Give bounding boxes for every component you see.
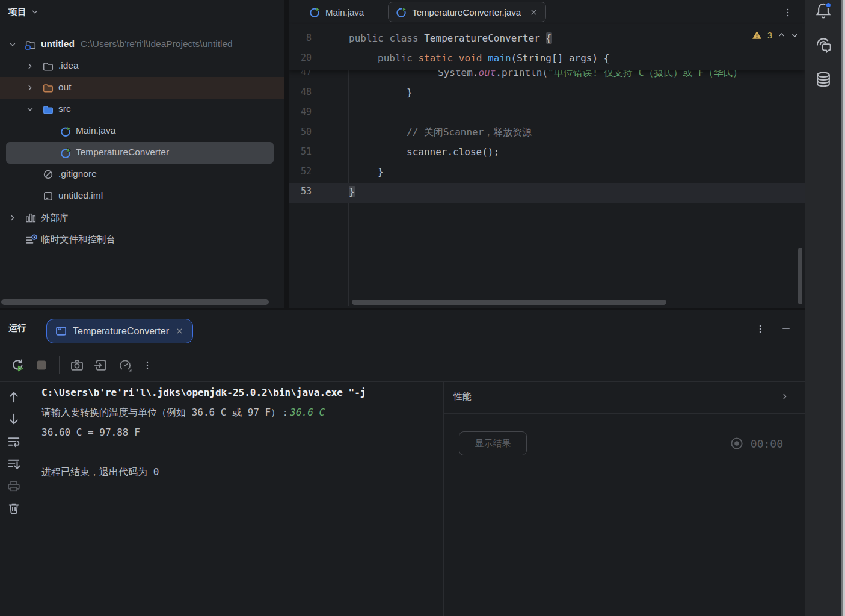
minimize-icon[interactable]: [780, 324, 792, 333]
line-number: 49: [289, 106, 312, 117]
editor-horizontal-scrollbar[interactable]: [352, 300, 666, 305]
run-tab[interactable]: TemperatureConverter: [46, 319, 193, 343]
tree-item-label: out: [58, 82, 72, 93]
tree-item-label: Main.java: [76, 125, 115, 136]
code-text: }: [407, 87, 413, 98]
warning-count: 3: [767, 30, 772, 40]
notifications-icon[interactable]: [815, 2, 832, 19]
chevron-right-icon[interactable]: [26, 62, 34, 70]
tree-item-label: .gitignore: [58, 168, 97, 179]
tree-item-label: src: [58, 103, 71, 114]
line-number: 50: [289, 126, 312, 137]
tree-item-untitled[interactable]: untitledC:\Users\b're'ri'l\IdeaProjects\…: [0, 34, 284, 55]
chevron-up-icon[interactable]: [778, 31, 785, 39]
close-icon[interactable]: [529, 8, 538, 17]
java-class-icon: [60, 147, 72, 159]
soft-wrap-icon[interactable]: [7, 435, 20, 448]
tree-item-label: 临时文件和控制台: [41, 233, 115, 246]
database-icon[interactable]: [815, 71, 832, 88]
run-kebab-icon[interactable]: [755, 323, 765, 335]
console-line: 请输入要转换的温度与单位（例如 36.6 C 或 97 F）：36.6 C: [28, 402, 443, 422]
folder-excluded-icon: [43, 82, 54, 93]
code-text: }: [349, 186, 355, 197]
gauge-icon[interactable]: [118, 359, 132, 372]
console-output[interactable]: C:\Users\b're'ri'l\.jdks\openjdk-25.0.2\…: [28, 381, 443, 616]
rerun-icon[interactable]: [11, 359, 24, 372]
code-line-52: 52}: [289, 163, 805, 183]
ai-assistant-icon[interactable]: [815, 36, 832, 53]
code-text: scanner.close();: [407, 146, 499, 158]
window-scrollbar[interactable]: [841, 0, 845, 616]
console-line: [28, 442, 443, 462]
editor-vertical-scrollbar[interactable]: [798, 248, 802, 304]
editor-tab-temperatureconverter.java[interactable]: TemperatureConverter.java: [388, 2, 546, 22]
sticky-lines: 8public class TemperatureConverter {20pu…: [289, 24, 805, 70]
editor-kebab-icon[interactable]: [783, 7, 793, 19]
scroll-to-end-icon[interactable]: [7, 457, 20, 470]
prev-occurrence-icon[interactable]: [7, 390, 20, 404]
console-line: 进程已结束，退出代码为 0: [28, 462, 443, 482]
next-occurrence-icon[interactable]: [7, 413, 20, 426]
folder-icon: [43, 61, 54, 72]
inspections-widget[interactable]: 3: [752, 30, 799, 40]
run-tool-window: 运行 TemperatureConverter C:\Users\b're'ri…: [0, 310, 805, 616]
run-content: C:\Users\b're'ri'l\.jdks\openjdk-25.0.2\…: [0, 381, 805, 616]
editor-tab-main.java[interactable]: Main.java: [302, 2, 371, 22]
timer: 00:00: [730, 437, 783, 450]
tree-item-main.java[interactable]: Main.java: [0, 120, 284, 142]
project-tree: untitledC:\Users\b're'ri'l\IdeaProjects\…: [0, 34, 284, 250]
print-icon[interactable]: [7, 479, 20, 493]
console-toolbar: [0, 381, 28, 616]
clear-all-icon[interactable]: [7, 502, 20, 515]
project-panel-header[interactable]: 项目: [0, 0, 284, 24]
chevron-down-icon[interactable]: [26, 105, 34, 114]
code-text: public static void main(String[] args) {: [378, 52, 609, 64]
run-toolbar: [0, 348, 805, 382]
code-line-50: 50// 关闭Scanner，释放资源: [289, 123, 805, 143]
code-text: public class TemperatureConverter {: [349, 32, 552, 44]
code-line-51: 51scanner.close();: [289, 143, 805, 163]
editor-area[interactable]: Main.javaTemperatureConverter.java 47Sys…: [289, 0, 805, 308]
tree-item-label: 外部库: [41, 212, 69, 224]
line-number: 48: [289, 87, 312, 97]
performance-header[interactable]: 性能: [444, 381, 805, 414]
right-toolbar-stripe: [805, 0, 841, 616]
folder-project-icon: [25, 39, 36, 50]
record-icon: [730, 437, 743, 450]
code-text: }: [378, 166, 384, 177]
code-line-20: 20public static void main(String[] args)…: [289, 49, 805, 69]
project-panel-title: 项目: [8, 7, 26, 18]
chevron-right-icon[interactable]: [781, 392, 789, 401]
screenshot-icon[interactable]: [70, 359, 84, 372]
intellij-window: 项目 untitledC:\Users\b're'ri'l\IdeaProjec…: [0, 0, 845, 616]
tree-item-label: TemperatureConverter: [76, 147, 169, 158]
line-number: 52: [289, 166, 312, 177]
folder-source-icon: [43, 104, 54, 115]
console-icon: [55, 325, 67, 337]
line-number: 20: [289, 52, 312, 63]
chevron-down-icon: [31, 8, 39, 16]
tree-item-src[interactable]: src: [0, 99, 284, 120]
tree-item--[interactable]: 外部库: [0, 207, 284, 229]
external-libraries-icon: [25, 212, 36, 223]
exit-to-app-icon[interactable]: [94, 359, 108, 372]
chevron-down-icon[interactable]: [791, 31, 799, 39]
tree-item-out[interactable]: out: [0, 77, 284, 99]
chevron-right-icon[interactable]: [26, 84, 34, 92]
tree-item-temperatureconverter[interactable]: TemperatureConverter: [6, 142, 274, 164]
stop-icon[interactable]: [35, 359, 48, 372]
code-text: // 关闭Scanner，释放资源: [407, 126, 532, 139]
chevron-down-icon[interactable]: [8, 40, 17, 49]
chevron-right-icon[interactable]: [8, 214, 17, 222]
kebab-icon[interactable]: [143, 359, 152, 371]
code-line-48: 48}: [289, 84, 805, 103]
tree-item-label: untitled.iml: [58, 190, 103, 201]
tree-item-untitled.iml[interactable]: untitled.iml: [0, 185, 284, 207]
project-horizontal-scrollbar[interactable]: [1, 299, 269, 305]
tree-item--[interactable]: 临时文件和控制台: [0, 229, 284, 250]
show-results-button[interactable]: 显示结果: [459, 431, 527, 455]
close-icon[interactable]: [175, 327, 184, 336]
tree-item-.gitignore[interactable]: .gitignore: [0, 164, 284, 185]
toolbar-divider: [59, 356, 60, 374]
tree-item-.idea[interactable]: .idea: [0, 55, 284, 77]
